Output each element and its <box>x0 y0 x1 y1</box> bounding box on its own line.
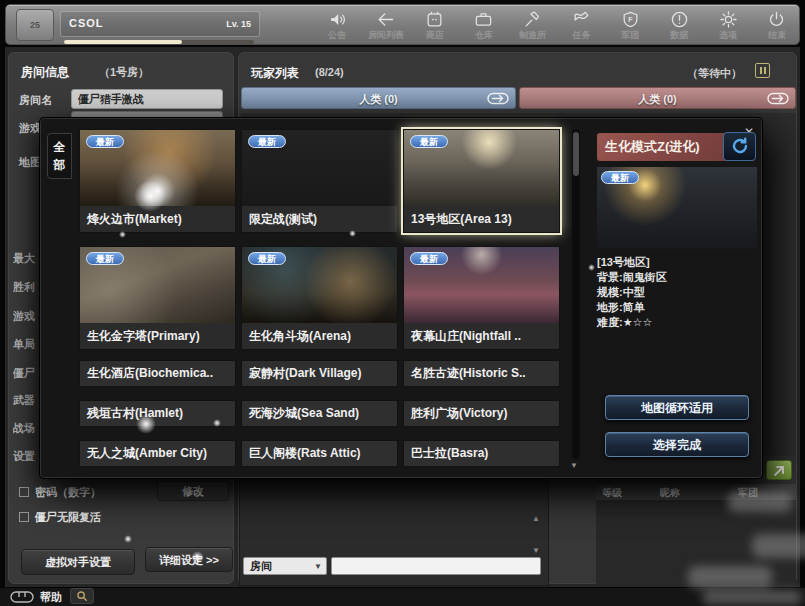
map-tile[interactable]: 最新 生化角斗场(Arena) <box>241 246 398 350</box>
chevron-down-icon: ▼ <box>314 558 322 575</box>
password-checkbox[interactable] <box>19 487 29 497</box>
main-menu: 公告 房间列表 商店 仓库 制造所 任务 F <box>314 9 800 46</box>
new-badge: 最新 <box>86 135 124 148</box>
new-badge: 最新 <box>410 135 448 148</box>
map-detail-line: 背景:闹鬼街区 <box>597 270 761 285</box>
ribbon-icon <box>572 10 591 29</box>
map-name: 13号地区(Area 13) <box>404 206 559 232</box>
map-name: 残垣古村(Hamlet) <box>80 401 235 426</box>
briefcase-icon <box>474 10 493 29</box>
map-tile-selected[interactable]: 最新 13号地区(Area 13) <box>403 129 560 233</box>
map-tile[interactable]: 巴士拉(Basra) <box>403 440 560 467</box>
team-swap-icon[interactable] <box>767 92 789 105</box>
map-detail-line: 地形:简单 <box>597 300 761 315</box>
chat-input[interactable] <box>331 557 541 575</box>
map-label: 地图 <box>19 155 41 170</box>
map-name: 夜幕山庄(Nightfall .. <box>404 323 559 349</box>
map-detail-line: 难度:★☆☆ <box>597 315 761 330</box>
map-name: 生化酒店(Biochemica.. <box>80 361 235 386</box>
map-tile[interactable]: 寂静村(Dark Village) <box>241 360 398 387</box>
map-tile[interactable]: 生化酒店(Biochemica.. <box>79 360 236 387</box>
menu-label: 仓库 <box>461 29 507 42</box>
detail-settings-button[interactable]: 详细设定 >> <box>145 547 233 572</box>
menu-label: 公告 <box>314 29 360 42</box>
map-tile[interactable]: 死海沙城(Sea Sand) <box>241 400 398 427</box>
map-name: 生化角斗场(Arena) <box>242 323 397 349</box>
menu-label: 制造所 <box>510 29 556 42</box>
sparkle <box>134 180 166 212</box>
map-tile[interactable]: 最新 夜幕山庄(Nightfall .. <box>403 246 560 350</box>
bottom-bar: 帮助 <box>0 588 805 606</box>
map-name: 限定战(测试) <box>242 206 397 232</box>
team-left-bar[interactable]: 人类 (0) <box>241 87 516 109</box>
tab-all-label: 全部 <box>53 138 67 174</box>
room-status: （等待中） <box>687 66 742 81</box>
menu-storage[interactable]: 仓库 <box>461 9 507 46</box>
mouse-icon <box>10 591 34 603</box>
new-badge: 最新 <box>410 252 448 265</box>
col-nickname: 昵称 <box>660 486 680 500</box>
chat-channel-dropdown[interactable]: 房间 ▼ <box>243 557 327 575</box>
menu-label: 商店 <box>412 29 458 42</box>
modify-button[interactable]: 修改 <box>157 481 229 501</box>
tab-all-maps[interactable]: 全部 <box>47 133 72 179</box>
menu-label: 数据 <box>656 29 702 42</box>
power-icon <box>767 10 786 29</box>
menu-missions[interactable]: 任务 <box>558 9 604 46</box>
map-tile[interactable]: 名胜古迹(Historic S.. <box>403 360 560 387</box>
refresh-button[interactable] <box>723 132 756 161</box>
team-right-label: 人类 (0) <box>638 93 677 105</box>
top-bar: 25 CSOL Lv. 15 公告 房间列表 商店 仓库 <box>5 4 800 45</box>
blurred-area <box>728 492 792 512</box>
zombie-respawn-checkbox[interactable] <box>19 512 29 522</box>
svg-text:F: F <box>628 16 633 24</box>
room-name-input[interactable] <box>71 89 223 109</box>
map-scroll-down-icon[interactable]: ▼ <box>570 461 578 470</box>
menu-room-list[interactable]: 房间列表 <box>363 9 409 46</box>
avatar[interactable]: 25 <box>16 9 54 41</box>
spectate-button[interactable] <box>766 460 792 480</box>
team-left-label: 人类 (0) <box>359 93 398 105</box>
sparkle <box>136 414 156 434</box>
map-name: 死海沙城(Sea Sand) <box>242 401 397 426</box>
map-tile[interactable]: 无人之城(Amber City) <box>79 440 236 467</box>
map-scrollbar-thumb[interactable] <box>573 132 579 176</box>
map-tile[interactable]: 巨人阁楼(Rats Attic) <box>241 440 398 467</box>
room-info-title: 房间信息 <box>21 64 69 81</box>
new-badge: 最新 <box>601 171 639 184</box>
hammer-icon <box>523 10 542 29</box>
selected-map-preview: 最新 <box>597 167 757 249</box>
help-label: 帮助 <box>40 590 62 605</box>
shop-icon <box>425 10 444 29</box>
menu-announce[interactable]: 公告 <box>314 9 360 46</box>
menu-shop[interactable]: 商店 <box>412 9 458 46</box>
map-scrollbar-track[interactable] <box>572 129 580 459</box>
exclamation-circle-icon <box>670 10 689 29</box>
menu-options[interactable]: 选项 <box>705 9 751 46</box>
map-tile[interactable]: 胜利广场(Victory) <box>403 400 560 427</box>
xp-bar <box>64 40 254 44</box>
menu-stats[interactable]: 数据 <box>656 9 702 46</box>
menu-label: 结束 <box>754 29 800 42</box>
map-tile[interactable]: 最新 限定战(测试) <box>241 129 398 233</box>
player-name: CSOL <box>69 17 104 29</box>
player-level: Lv. 15 <box>226 19 251 29</box>
select-done-button[interactable]: 选择完成 <box>605 432 749 457</box>
chat-scroll-down-icon[interactable]: ▼ <box>532 546 540 555</box>
password-label: 密码（数字） <box>35 485 101 500</box>
bot-settings-button[interactable]: 虚拟对手设置 <box>21 549 135 575</box>
menu-label: 选项 <box>705 29 751 42</box>
team-swap-icon[interactable] <box>487 92 509 105</box>
map-cycle-button[interactable]: 地图循环适用 <box>605 395 749 420</box>
chat-scroll-up-icon[interactable]: ▲ <box>532 514 540 523</box>
team-right-bar[interactable]: 人类 (0) <box>519 87 796 109</box>
room-name-label: 房间名 <box>19 93 52 108</box>
menu-clan[interactable]: F 军团 <box>607 9 653 46</box>
player-count: (8/24) <box>315 66 344 78</box>
map-tile[interactable]: 最新 生化金字塔(Primary) <box>79 246 236 350</box>
pause-button[interactable] <box>755 63 770 78</box>
arrow-left-icon <box>376 10 395 29</box>
menu-craft[interactable]: 制造所 <box>510 9 556 46</box>
search-button[interactable] <box>70 588 94 604</box>
menu-exit[interactable]: 结束 <box>754 9 800 46</box>
